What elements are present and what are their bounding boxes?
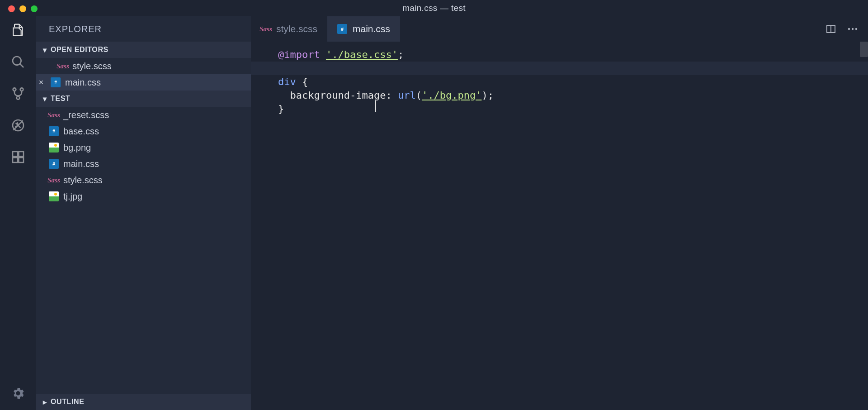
file-name-label: bg.png xyxy=(63,143,91,153)
file-name-label: base.css xyxy=(63,126,99,137)
svg-rect-11 xyxy=(19,157,24,162)
activity-bar xyxy=(0,16,36,410)
editor-tab[interactable]: # main.css xyxy=(327,16,400,42)
text-cursor xyxy=(375,100,376,112)
css-file-icon: # xyxy=(49,159,59,169)
outline-label: OUTLINE xyxy=(51,398,84,406)
minimize-window-button[interactable] xyxy=(19,5,26,12)
css-file-icon: # xyxy=(337,24,347,34)
open-editors-header[interactable]: ▾ OPEN EDITORS xyxy=(36,42,251,58)
window-controls xyxy=(8,5,38,12)
file-name-label: _reset.scss xyxy=(63,110,109,120)
svg-point-16 xyxy=(855,28,857,30)
file-tree-item[interactable]: # main.css xyxy=(36,156,251,172)
explorer-tab-icon[interactable] xyxy=(10,23,26,38)
css-file-icon: # xyxy=(51,77,61,87)
file-tree-item[interactable]: Sass _reset.scss xyxy=(36,107,251,123)
editor-tabs: Sass style.scss # main.css xyxy=(251,16,868,42)
code-line[interactable]: div { xyxy=(278,75,868,89)
code-line[interactable]: } xyxy=(278,102,868,116)
svg-point-2 xyxy=(13,88,16,91)
file-tree-item[interactable]: Sass style.scss xyxy=(36,172,251,188)
source-control-tab-icon[interactable] xyxy=(10,86,26,101)
close-window-button[interactable] xyxy=(8,5,15,12)
svg-rect-10 xyxy=(13,157,18,162)
file-name-label: style.scss xyxy=(72,61,112,72)
sass-file-icon: Sass xyxy=(49,110,59,120)
chevron-down-icon: ▾ xyxy=(41,95,49,103)
svg-line-7 xyxy=(13,120,23,130)
maximize-window-button[interactable] xyxy=(31,5,38,12)
editor-scrollbar[interactable] xyxy=(860,42,868,410)
code-line[interactable]: background-image: url('./bg.png'); xyxy=(278,89,868,102)
image-file-icon xyxy=(49,191,59,201)
editor-area: Sass style.scss # main.css @import './ba… xyxy=(251,16,868,410)
app-body: EXPLORER ▾ OPEN EDITORS Sass style.scss … xyxy=(0,16,868,410)
svg-rect-8 xyxy=(13,152,18,157)
open-editor-item[interactable]: Sass style.scss xyxy=(36,58,251,74)
settings-gear-icon[interactable] xyxy=(10,386,26,401)
extensions-tab-icon[interactable] xyxy=(10,149,26,165)
file-tree-item[interactable]: tj.jpg xyxy=(36,188,251,205)
image-file-icon xyxy=(49,143,59,153)
outline-header[interactable]: ▸ OUTLINE xyxy=(36,394,251,410)
svg-point-3 xyxy=(20,88,24,91)
code-editor[interactable]: @import './base.css'; div { background-i… xyxy=(251,42,868,410)
code-line[interactable] xyxy=(251,62,868,75)
scrollbar-thumb[interactable] xyxy=(860,42,868,57)
open-editors-label: OPEN EDITORS xyxy=(51,46,108,54)
chevron-right-icon: ▸ xyxy=(41,398,49,406)
svg-point-0 xyxy=(13,57,21,65)
svg-rect-9 xyxy=(19,152,24,157)
folder-header[interactable]: ▾ TEST xyxy=(36,91,251,107)
titlebar: main.css — test xyxy=(0,0,868,16)
code-line[interactable]: @import './base.css'; xyxy=(278,48,868,62)
chevron-down-icon: ▾ xyxy=(41,46,49,54)
file-name-label: tj.jpg xyxy=(63,191,82,202)
more-actions-icon[interactable] xyxy=(847,27,858,31)
file-name-label: style.scss xyxy=(63,175,103,186)
file-name-label: main.css xyxy=(63,159,99,169)
debug-tab-icon[interactable] xyxy=(10,118,26,133)
explorer-sidebar: EXPLORER ▾ OPEN EDITORS Sass style.scss … xyxy=(36,16,251,410)
css-file-icon: # xyxy=(49,126,59,136)
sass-file-icon: Sass xyxy=(261,24,271,34)
sidebar-title: EXPLORER xyxy=(36,16,251,42)
file-name-label: main.css xyxy=(65,77,101,88)
editor-actions xyxy=(826,24,868,34)
search-tab-icon[interactable] xyxy=(10,54,26,70)
svg-point-15 xyxy=(852,28,854,30)
close-editor-icon[interactable]: × xyxy=(36,78,46,87)
folder-label: TEST xyxy=(51,95,70,103)
sass-file-icon: Sass xyxy=(58,61,68,71)
svg-point-4 xyxy=(17,96,20,100)
svg-line-1 xyxy=(20,64,24,67)
editor-tab[interactable]: Sass style.scss xyxy=(251,16,327,42)
svg-point-14 xyxy=(848,28,850,30)
open-editor-item[interactable]: × # main.css xyxy=(36,74,251,91)
file-tree-item[interactable]: bg.png xyxy=(36,139,251,156)
split-editor-icon[interactable] xyxy=(826,24,836,34)
tab-label: main.css xyxy=(353,24,390,34)
window-title: main.css — test xyxy=(0,3,868,13)
file-tree-item[interactable]: # base.css xyxy=(36,123,251,139)
tab-label: style.scss xyxy=(276,24,317,34)
sass-file-icon: Sass xyxy=(49,175,59,185)
